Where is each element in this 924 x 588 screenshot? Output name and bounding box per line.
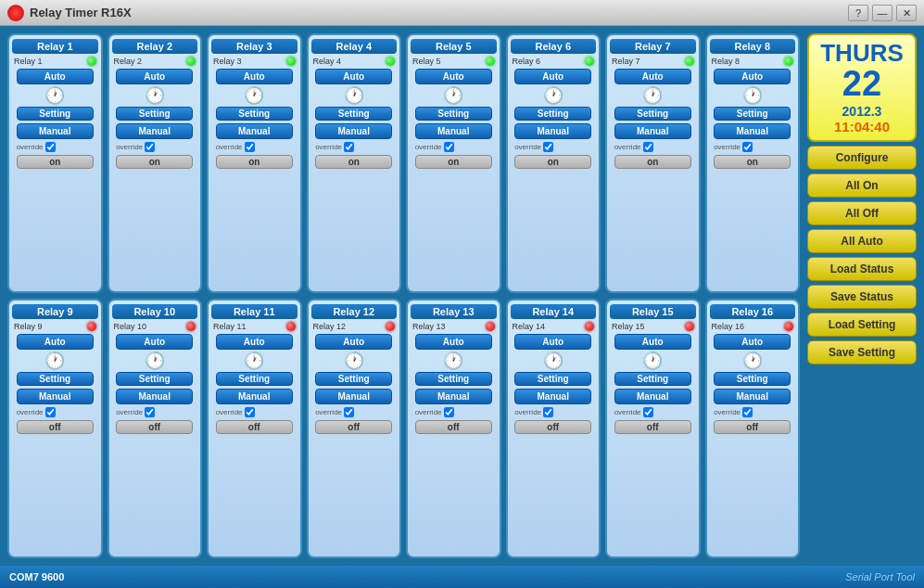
manual-button-9[interactable]: Manual [17, 389, 94, 404]
auto-button-13[interactable]: Auto [415, 334, 492, 350]
minimize-button[interactable]: — [872, 5, 892, 21]
override-checkbox-10[interactable] [145, 407, 155, 417]
all-auto-button[interactable]: All Auto [807, 229, 917, 253]
setting-button-6[interactable]: Setting [514, 107, 591, 121]
auto-button-12[interactable]: Auto [315, 334, 392, 350]
on-off-button-16[interactable]: off [714, 420, 791, 434]
relay-label-10: Relay 10 [114, 322, 147, 331]
setting-button-10[interactable]: Setting [116, 372, 193, 386]
setting-button-1[interactable]: Setting [17, 107, 94, 121]
override-checkbox-9[interactable] [45, 407, 56, 417]
override-checkbox-6[interactable] [543, 142, 553, 152]
manual-button-11[interactable]: Manual [216, 389, 293, 404]
auto-button-14[interactable]: Auto [514, 334, 591, 350]
on-off-button-3[interactable]: on [216, 155, 293, 169]
override-checkbox-4[interactable] [344, 142, 354, 152]
on-off-button-11[interactable]: off [216, 420, 293, 434]
override-checkbox-11[interactable] [245, 407, 255, 417]
auto-button-15[interactable]: Auto [614, 334, 691, 350]
override-checkbox-15[interactable] [643, 407, 653, 417]
on-off-button-2[interactable]: on [116, 155, 193, 169]
relay-card-5: Relay 5 Relay 5 Auto 🕐 Setting Manual ov… [406, 33, 501, 293]
auto-button-1[interactable]: Auto [17, 69, 94, 84]
override-checkbox-3[interactable] [245, 142, 255, 152]
all-on-button[interactable]: All On [807, 173, 917, 198]
override-row-16: override [714, 407, 791, 417]
override-checkbox-7[interactable] [643, 142, 653, 152]
manual-button-14[interactable]: Manual [514, 389, 591, 404]
override-checkbox-14[interactable] [543, 407, 553, 417]
setting-button-12[interactable]: Setting [315, 372, 392, 386]
status-dot-7 [685, 57, 694, 66]
override-checkbox-13[interactable] [444, 407, 454, 417]
on-off-button-8[interactable]: on [714, 155, 791, 169]
on-off-button-13[interactable]: off [415, 420, 492, 434]
on-off-button-5[interactable]: on [415, 155, 492, 169]
manual-button-15[interactable]: Manual [614, 389, 691, 404]
setting-button-11[interactable]: Setting [216, 372, 293, 386]
manual-button-4[interactable]: Manual [315, 123, 392, 139]
close-button[interactable]: ✕ [896, 5, 917, 21]
on-off-button-4[interactable]: on [315, 155, 392, 169]
auto-button-9[interactable]: Auto [17, 334, 94, 350]
setting-button-16[interactable]: Setting [714, 372, 791, 386]
auto-button-8[interactable]: Auto [714, 69, 791, 84]
auto-button-10[interactable]: Auto [116, 334, 193, 350]
override-checkbox-1[interactable] [45, 142, 56, 152]
configure-button[interactable]: Configure [807, 146, 917, 170]
on-off-button-9[interactable]: off [17, 420, 94, 434]
auto-button-4[interactable]: Auto [315, 69, 392, 84]
all-off-button[interactable]: All Off [807, 201, 917, 225]
load-setting-button[interactable]: Load Setting [807, 313, 917, 337]
setting-button-9[interactable]: Setting [17, 372, 94, 386]
manual-button-2[interactable]: Manual [116, 123, 193, 139]
status-dot-4 [386, 57, 395, 66]
auto-button-5[interactable]: Auto [415, 69, 492, 84]
auto-button-16[interactable]: Auto [714, 334, 791, 350]
setting-button-4[interactable]: Setting [315, 107, 392, 121]
manual-button-12[interactable]: Manual [315, 389, 392, 404]
manual-button-3[interactable]: Manual [216, 123, 293, 139]
auto-button-2[interactable]: Auto [116, 69, 193, 84]
auto-button-7[interactable]: Auto [614, 69, 691, 84]
manual-button-13[interactable]: Manual [415, 389, 492, 404]
on-off-button-6[interactable]: on [514, 155, 591, 169]
auto-button-11[interactable]: Auto [216, 334, 293, 350]
manual-button-5[interactable]: Manual [415, 123, 492, 139]
on-off-button-14[interactable]: off [514, 420, 591, 434]
manual-button-8[interactable]: Manual [714, 123, 791, 139]
save-status-button[interactable]: Save Status [807, 285, 917, 309]
setting-button-3[interactable]: Setting [216, 107, 293, 121]
setting-button-2[interactable]: Setting [116, 107, 193, 121]
override-checkbox-2[interactable] [145, 142, 155, 152]
manual-button-1[interactable]: Manual [17, 123, 94, 139]
load-status-button[interactable]: Load Status [807, 257, 917, 281]
relay-header-1: Relay 1 [12, 39, 98, 54]
override-checkbox-8[interactable] [742, 142, 753, 152]
setting-button-13[interactable]: Setting [415, 372, 492, 386]
relay-card-7: Relay 7 Relay 7 Auto 🕐 Setting Manual ov… [605, 33, 701, 293]
on-off-button-7[interactable]: on [614, 155, 691, 169]
setting-button-15[interactable]: Setting [614, 372, 691, 386]
setting-button-14[interactable]: Setting [514, 372, 591, 386]
auto-button-3[interactable]: Auto [216, 69, 293, 84]
setting-button-5[interactable]: Setting [415, 107, 492, 121]
manual-button-10[interactable]: Manual [116, 389, 193, 404]
manual-button-6[interactable]: Manual [514, 123, 591, 139]
setting-button-8[interactable]: Setting [714, 107, 791, 121]
manual-button-7[interactable]: Manual [614, 123, 691, 139]
on-off-button-10[interactable]: off [116, 420, 193, 434]
on-off-button-1[interactable]: on [17, 155, 94, 169]
setting-button-7[interactable]: Setting [614, 107, 691, 121]
on-off-button-12[interactable]: off [315, 420, 392, 434]
status-dot-13 [486, 322, 495, 331]
relay-card-8: Relay 8 Relay 8 Auto 🕐 Setting Manual ov… [705, 33, 801, 293]
help-button[interactable]: ? [848, 5, 868, 21]
on-off-button-15[interactable]: off [614, 420, 691, 434]
override-checkbox-5[interactable] [444, 142, 454, 152]
override-checkbox-16[interactable] [742, 407, 753, 417]
override-checkbox-12[interactable] [344, 407, 354, 417]
auto-button-6[interactable]: Auto [514, 69, 591, 84]
manual-button-16[interactable]: Manual [714, 389, 791, 404]
save-setting-button[interactable]: Save Setting [807, 340, 917, 364]
